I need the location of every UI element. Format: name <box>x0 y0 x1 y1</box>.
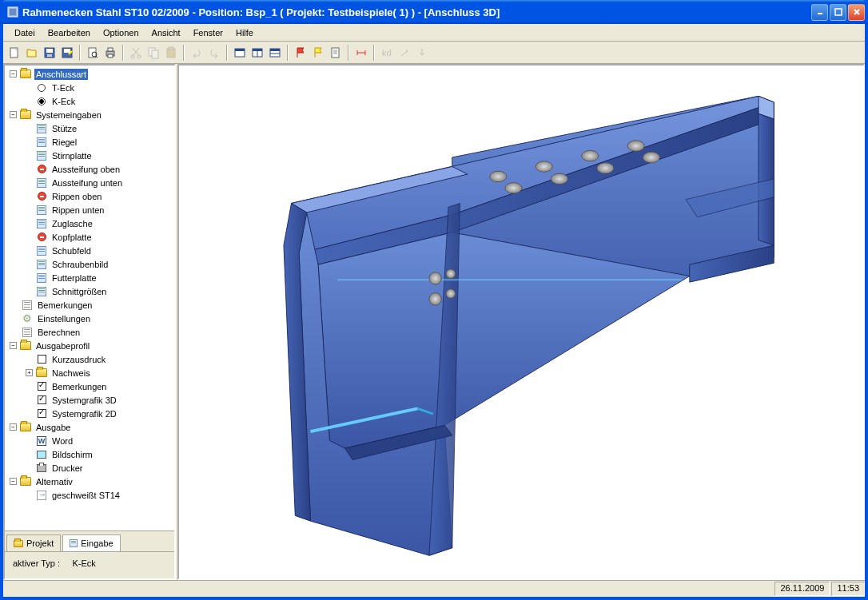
svg-point-54 <box>505 183 522 193</box>
node-nachweis[interactable]: +Nachweis <box>6 366 173 379</box>
svg-rect-24 <box>169 47 173 50</box>
node-aussteifung-unten[interactable]: Aussteifung unten <box>6 176 173 189</box>
app-icon <box>6 6 19 18</box>
node-systemeingaben[interactable]: −Systemeingaben <box>6 108 173 121</box>
svg-point-59 <box>627 141 644 151</box>
node-rippen-oben[interactable]: Rippen oben <box>6 189 173 203</box>
yellow-flag-button[interactable] <box>310 45 326 61</box>
status-panel: aktiver Typ : K-Eck <box>5 551 174 578</box>
titlebar: Rahmenecken Stahl ST10 02/2009 - Positio… <box>0 0 868 24</box>
sidebar-tabs: Projekt Eingabe <box>5 530 174 551</box>
redo-button[interactable] <box>206 45 222 61</box>
node-ausgabe[interactable]: −Ausgabe <box>6 420 173 434</box>
svg-rect-10 <box>47 54 52 57</box>
node-geschweisst[interactable]: geschweißt ST14 <box>6 488 173 502</box>
node-kopfplatte[interactable]: Kopfplatte <box>6 230 173 244</box>
svg-point-55 <box>536 161 552 172</box>
menu-ansicht[interactable]: Ansicht <box>145 26 187 40</box>
arrow-down-button[interactable] <box>414 45 430 61</box>
svg-rect-12 <box>64 49 70 53</box>
print-button[interactable] <box>102 45 118 61</box>
undo-button[interactable] <box>189 45 205 61</box>
node-stuetze[interactable]: Stütze <box>6 121 173 135</box>
red-flag-button[interactable] <box>293 45 309 61</box>
svg-rect-26 <box>235 49 245 51</box>
node-kurzausdruck[interactable]: Kurzausdruck <box>6 352 173 366</box>
maximize-button[interactable] <box>830 4 846 21</box>
svg-point-64 <box>446 289 455 298</box>
close-button[interactable] <box>848 4 865 21</box>
svg-point-57 <box>582 150 599 161</box>
new-button[interactable] <box>6 45 22 61</box>
statusbar: 26.11.2009 11:53 <box>3 580 865 597</box>
menu-hilfe[interactable]: Hilfe <box>229 26 260 40</box>
coord-button[interactable]: kd <box>379 45 395 61</box>
node-bemerkungen[interactable]: Bemerkungen <box>6 298 173 312</box>
arrow-right-button[interactable] <box>396 45 412 61</box>
window2-button[interactable] <box>249 45 265 61</box>
svg-rect-9 <box>46 49 53 53</box>
node-systemgrafik-3d[interactable]: Systemgrafik 3D <box>6 393 173 407</box>
node-futterplatte[interactable]: Futterplatte <box>6 271 173 284</box>
svg-point-62 <box>429 293 441 305</box>
node-berechnen[interactable]: Berechnen <box>6 325 173 339</box>
node-bildschirm[interactable]: Bildschirm <box>6 447 173 461</box>
menu-datei[interactable]: Datei <box>8 26 42 40</box>
copy-button[interactable] <box>145 45 161 61</box>
node-anschlussart[interactable]: −Anschlussart <box>6 67 173 81</box>
tab-eingabe[interactable]: Eingabe <box>62 534 120 551</box>
tree[interactable]: −Anschlussart T-Eck K-Eck −Systemeingabe… <box>5 66 174 530</box>
node-schnittgroessen[interactable]: Schnittgrößen <box>6 284 173 298</box>
svg-point-63 <box>446 269 455 278</box>
svg-point-53 <box>490 171 507 181</box>
node-zuglasche[interactable]: Zuglasche <box>6 217 173 230</box>
node-schraubenbild[interactable]: Schraubenbild <box>6 257 173 271</box>
cut-button[interactable] <box>128 45 144 61</box>
window3-button[interactable] <box>267 45 283 61</box>
node-aussteifung-oben[interactable]: Aussteifung oben <box>6 162 173 176</box>
node-riegel[interactable]: Riegel <box>6 135 173 149</box>
sidebar: −Anschlussart T-Eck K-Eck −Systemeingabe… <box>3 64 176 580</box>
node-drucker[interactable]: Drucker <box>6 461 173 475</box>
svg-rect-31 <box>270 49 280 51</box>
node-alternativ[interactable]: −Alternativ <box>6 475 173 488</box>
node-stirnplatte[interactable]: Stirnplatte <box>6 149 173 162</box>
window1-button[interactable] <box>232 45 248 61</box>
node-schubfeld[interactable]: Schubfeld <box>6 244 173 257</box>
viewport-3d[interactable] <box>177 64 865 580</box>
minimize-button[interactable] <box>811 4 828 21</box>
dimension-button[interactable] <box>353 45 369 61</box>
toolbar: kd <box>3 42 865 64</box>
svg-point-61 <box>429 272 441 284</box>
document-button[interactable] <box>328 45 344 61</box>
menubar: Datei Bearbeiten Optionen Ansicht Fenste… <box>3 24 865 42</box>
menu-fenster[interactable]: Fenster <box>187 26 229 40</box>
node-ausgabeprofil[interactable]: −Ausgabeprofil <box>6 339 173 352</box>
svg-text:kd: kd <box>382 48 392 58</box>
node-einstellungen[interactable]: ⚙Einstellungen <box>6 312 173 325</box>
node-systemgrafik-2d[interactable]: Systemgrafik 2D <box>6 407 173 420</box>
node-rippen-unten[interactable]: Rippen unten <box>6 203 173 217</box>
svg-rect-1 <box>10 9 16 15</box>
svg-rect-3 <box>835 9 842 15</box>
aktiver-typ-label: aktiver Typ : <box>13 558 60 568</box>
titlebar-text: Rahmenecken Stahl ST10 02/2009 - Positio… <box>22 6 811 18</box>
preview-button[interactable] <box>85 45 101 61</box>
svg-rect-28 <box>253 49 262 51</box>
svg-rect-18 <box>108 54 113 58</box>
tab-projekt[interactable]: Projekt <box>6 534 61 551</box>
paste-button[interactable] <box>163 45 179 61</box>
save-button[interactable] <box>42 45 58 61</box>
menu-bearbeiten[interactable]: Bearbeiten <box>42 26 97 40</box>
node-bemerkungen2[interactable]: Bemerkungen <box>6 379 173 393</box>
save-as-button[interactable] <box>59 45 75 61</box>
statusbar-time: 11:53 <box>831 582 865 596</box>
svg-rect-23 <box>167 49 175 58</box>
aktiver-typ-value: K-Eck <box>72 558 95 568</box>
node-t-eck[interactable]: T-Eck <box>6 81 173 94</box>
node-k-eck[interactable]: K-Eck <box>6 94 173 108</box>
open-button[interactable] <box>24 45 40 61</box>
node-word[interactable]: WWord <box>6 434 173 447</box>
menu-optionen[interactable]: Optionen <box>97 26 145 40</box>
svg-point-56 <box>551 173 567 184</box>
